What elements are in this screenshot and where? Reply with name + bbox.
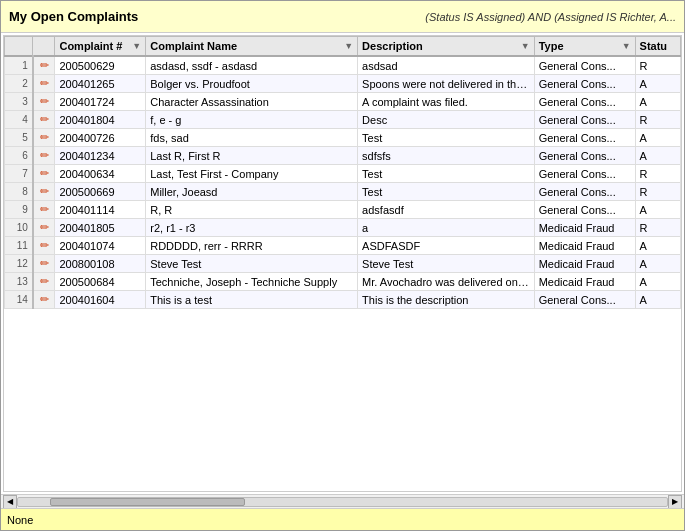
complaint-number[interactable]: 200401724 <box>55 93 146 111</box>
table-row[interactable]: 2✏200401265Bolger vs. ProudfootSpoons we… <box>5 75 681 93</box>
complaint-number[interactable]: 200400726 <box>55 129 146 147</box>
table-row[interactable]: 3✏200401724Character AssassinationA comp… <box>5 93 681 111</box>
edit-cell[interactable]: ✏ <box>33 111 55 129</box>
complaint-name[interactable]: RDDDDD, rerr - RRRR <box>146 237 358 255</box>
complaint-description: Mr. Avochadro was delivered one hos... <box>358 273 535 291</box>
edit-cell[interactable]: ✏ <box>33 201 55 219</box>
sort-arrow-complaint-num: ▼ <box>132 41 141 51</box>
complaint-name[interactable]: Last, Test First - Company <box>146 165 358 183</box>
scroll-left-button[interactable]: ◀ <box>3 495 17 509</box>
complaint-name[interactable]: fds, sad <box>146 129 358 147</box>
edit-cell[interactable]: ✏ <box>33 219 55 237</box>
col-header-complaint-num[interactable]: Complaint # ▼ <box>55 37 146 57</box>
filter-text: (Status IS Assigned) AND (Assigned IS Ri… <box>425 11 676 23</box>
edit-cell[interactable]: ✏ <box>33 165 55 183</box>
complaint-name[interactable]: Bolger vs. Proudfoot <box>146 75 358 93</box>
edit-cell[interactable]: ✏ <box>33 237 55 255</box>
edit-cell[interactable]: ✏ <box>33 93 55 111</box>
edit-icon[interactable]: ✏ <box>40 239 49 251</box>
complaint-number[interactable]: 200401074 <box>55 237 146 255</box>
complaint-status: A <box>635 201 680 219</box>
complaint-number[interactable]: 200500629 <box>55 56 146 75</box>
complaint-type: General Cons... <box>534 93 635 111</box>
edit-icon[interactable]: ✏ <box>40 95 49 107</box>
edit-icon[interactable]: ✏ <box>40 221 49 233</box>
complaint-description: Desc <box>358 111 535 129</box>
complaint-number[interactable]: 200401804 <box>55 111 146 129</box>
complaint-number[interactable]: 200401805 <box>55 219 146 237</box>
table-row[interactable]: 7✏200400634Last, Test First - CompanyTes… <box>5 165 681 183</box>
complaint-number[interactable]: 200400634 <box>55 165 146 183</box>
col-header-complaint-name[interactable]: Complaint Name ▼ <box>146 37 358 57</box>
complaint-description: asdsad <box>358 56 535 75</box>
edit-cell[interactable]: ✏ <box>33 56 55 75</box>
complaint-number[interactable]: 200800108 <box>55 255 146 273</box>
complaint-name[interactable]: f, e - g <box>146 111 358 129</box>
complaint-name[interactable]: r2, r1 - r3 <box>146 219 358 237</box>
horizontal-scrollbar[interactable]: ◀ ▶ <box>1 494 684 508</box>
edit-icon[interactable]: ✏ <box>40 77 49 89</box>
edit-cell[interactable]: ✏ <box>33 147 55 165</box>
complaint-description: Test <box>358 129 535 147</box>
complaint-name[interactable]: Last R, First R <box>146 147 358 165</box>
scrollbar-thumb[interactable] <box>50 498 245 506</box>
table-row[interactable]: 12✏200800108Steve TestSteve TestMedicaid… <box>5 255 681 273</box>
table-container[interactable]: Complaint # ▼ Complaint Name ▼ Descripti… <box>3 35 682 492</box>
edit-icon[interactable]: ✏ <box>40 275 49 287</box>
table-row[interactable]: 4✏200401804f, e - gDescGeneral Cons...R <box>5 111 681 129</box>
scrollbar-track[interactable] <box>17 497 669 507</box>
table-row[interactable]: 5✏200400726fds, sadTestGeneral Cons...A <box>5 129 681 147</box>
edit-icon[interactable]: ✏ <box>40 185 49 197</box>
table-row[interactable]: 10✏200401805r2, r1 - r3aMedicaid FraudR <box>5 219 681 237</box>
edit-cell[interactable]: ✏ <box>33 75 55 93</box>
complaint-name[interactable]: R, R <box>146 201 358 219</box>
complaint-name[interactable]: Miller, Joeasd <box>146 183 358 201</box>
edit-icon[interactable]: ✏ <box>40 203 49 215</box>
complaint-status: A <box>635 129 680 147</box>
complaint-name[interactable]: Steve Test <box>146 255 358 273</box>
table-row[interactable]: 8✏200500669Miller, JoeasdTestGeneral Con… <box>5 183 681 201</box>
row-number: 11 <box>5 237 33 255</box>
complaint-name[interactable]: Character Assassination <box>146 93 358 111</box>
col-header-rownum <box>5 37 33 57</box>
edit-cell[interactable]: ✏ <box>33 291 55 309</box>
complaint-number[interactable]: 200401234 <box>55 147 146 165</box>
complaint-number[interactable]: 200500669 <box>55 183 146 201</box>
edit-cell[interactable]: ✏ <box>33 183 55 201</box>
complaint-number[interactable]: 200401114 <box>55 201 146 219</box>
complaint-description: A complaint was filed. <box>358 93 535 111</box>
complaint-type: Medicaid Fraud <box>534 219 635 237</box>
col-header-type[interactable]: Type ▼ <box>534 37 635 57</box>
edit-icon[interactable]: ✏ <box>40 293 49 305</box>
complaint-number[interactable]: 200401604 <box>55 291 146 309</box>
edit-cell[interactable]: ✏ <box>33 129 55 147</box>
table-row[interactable]: 9✏200401114R, RadsfasdfGeneral Cons...A <box>5 201 681 219</box>
table-row[interactable]: 6✏200401234Last R, First RsdfsfsGeneral … <box>5 147 681 165</box>
table-row[interactable]: 14✏200401604This is a testThis is the de… <box>5 291 681 309</box>
complaint-description: sdfsfs <box>358 147 535 165</box>
edit-icon[interactable]: ✏ <box>40 149 49 161</box>
sort-arrow-type: ▼ <box>622 41 631 51</box>
col-header-description[interactable]: Description ▼ <box>358 37 535 57</box>
table-row[interactable]: 13✏200500684Techniche, Joseph - Technich… <box>5 273 681 291</box>
complaint-number[interactable]: 200500684 <box>55 273 146 291</box>
scroll-right-button[interactable]: ▶ <box>668 495 682 509</box>
table-row[interactable]: 11✏200401074RDDDDD, rerr - RRRRASDFASDFM… <box>5 237 681 255</box>
complaint-name[interactable]: asdasd, ssdf - asdasd <box>146 56 358 75</box>
complaint-type: General Cons... <box>534 165 635 183</box>
edit-cell[interactable]: ✏ <box>33 255 55 273</box>
edit-icon[interactable]: ✏ <box>40 167 49 179</box>
edit-icon[interactable]: ✏ <box>40 131 49 143</box>
complaint-type: General Cons... <box>534 75 635 93</box>
row-number: 13 <box>5 273 33 291</box>
sort-arrow-complaint-name: ▼ <box>344 41 353 51</box>
edit-icon[interactable]: ✏ <box>40 257 49 269</box>
row-number: 8 <box>5 183 33 201</box>
edit-icon[interactable]: ✏ <box>40 113 49 125</box>
edit-icon[interactable]: ✏ <box>40 59 49 71</box>
edit-cell[interactable]: ✏ <box>33 273 55 291</box>
complaint-name[interactable]: Techniche, Joseph - Techniche Supply <box>146 273 358 291</box>
complaint-number[interactable]: 200401265 <box>55 75 146 93</box>
table-row[interactable]: 1✏200500629asdasd, ssdf - asdasdasdsadGe… <box>5 56 681 75</box>
complaint-name[interactable]: This is a test <box>146 291 358 309</box>
